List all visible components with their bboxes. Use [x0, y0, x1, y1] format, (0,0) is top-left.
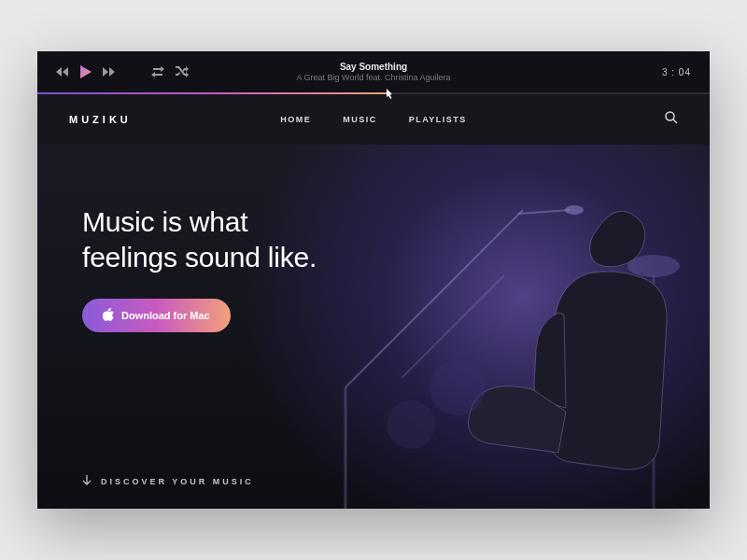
search-icon[interactable]	[665, 111, 678, 128]
nav-playlists[interactable]: PLAYLISTS	[409, 115, 467, 124]
apple-icon	[103, 308, 114, 323]
svg-point-4	[565, 205, 584, 215]
play-icon[interactable]	[80, 65, 92, 78]
svg-point-8	[627, 255, 680, 277]
svg-point-10	[387, 400, 435, 449]
app-window: Say Something A Great Big World feat. Ch…	[37, 51, 710, 509]
discover-link[interactable]: DISCOVER YOUR MUSIC	[82, 475, 254, 488]
download-button[interactable]: Download for Mac	[82, 299, 231, 332]
nav-bar: MUZIKU HOME MUSIC PLAYLISTS	[37, 94, 710, 145]
nav-links: HOME MUSIC PLAYLISTS	[37, 115, 710, 124]
next-icon[interactable]	[103, 67, 116, 77]
headline-line-1: Music is what	[82, 206, 247, 237]
time-display: 3 : 04	[662, 67, 691, 77]
svg-line-1	[673, 119, 677, 123]
svg-line-3	[518, 210, 570, 214]
nav-music[interactable]: MUSIC	[343, 115, 377, 124]
prev-icon[interactable]	[56, 67, 69, 77]
headline-line-2: feelings sound like.	[82, 242, 317, 273]
player-bar: Say Something A Great Big World feat. Ch…	[37, 51, 710, 92]
svg-point-0	[666, 112, 674, 120]
playback-controls	[56, 65, 189, 78]
hero: Music is what feelings sound like. Downl…	[37, 145, 710, 509]
repeat-icon[interactable]	[151, 66, 164, 77]
headline: Music is what feelings sound like.	[82, 204, 418, 274]
svg-line-6	[402, 275, 504, 378]
download-label: Download for Mac	[121, 310, 210, 321]
svg-point-9	[430, 359, 486, 415]
arrow-down-icon	[82, 475, 92, 488]
nav-home[interactable]: HOME	[280, 115, 311, 124]
discover-label: DISCOVER YOUR MUSIC	[101, 477, 254, 486]
shuffle-icon[interactable]	[176, 66, 189, 77]
hero-illustration	[308, 145, 710, 509]
